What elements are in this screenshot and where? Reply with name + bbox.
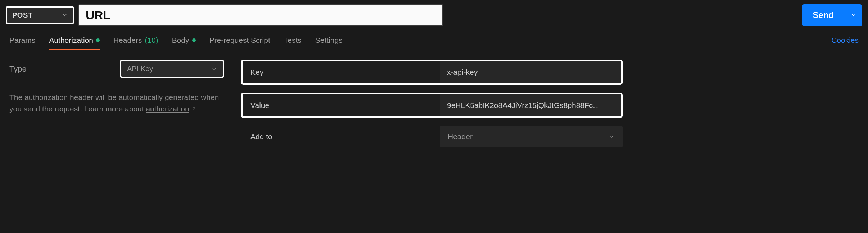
authorization-docs-link[interactable]: authorization	[146, 103, 196, 115]
http-method-select[interactable]: POST	[6, 6, 74, 24]
http-method-value: POST	[12, 11, 32, 19]
value-input[interactable]	[440, 94, 621, 116]
auth-type-value: API Key	[127, 65, 153, 73]
tab-headers[interactable]: Headers (10)	[113, 31, 158, 50]
external-link-icon	[191, 106, 196, 111]
authorization-panel: Type API Key The authorization header wi…	[0, 50, 868, 157]
auth-help-text: The authorization header will be automat…	[9, 92, 224, 114]
key-input[interactable]	[440, 61, 621, 83]
add-to-row: Add to Header	[241, 126, 623, 147]
send-dropdown-button[interactable]	[845, 4, 862, 26]
send-button[interactable]: Send	[802, 4, 845, 26]
send-button-group: Send	[802, 4, 862, 26]
api-key-key-row: Key	[241, 60, 623, 85]
url-input[interactable]	[78, 4, 443, 26]
auth-type-select[interactable]: API Key	[120, 60, 224, 78]
add-to-value: Header	[448, 132, 473, 141]
key-field-label: Key	[243, 61, 440, 83]
tab-tests[interactable]: Tests	[284, 31, 302, 50]
chevron-down-icon	[851, 12, 856, 18]
auth-fields-section: Key Value Add to Header	[234, 50, 868, 157]
request-tabs: Params Authorization Headers (10) Body P…	[0, 30, 868, 50]
cookies-link[interactable]: Cookies	[831, 36, 859, 45]
add-to-select[interactable]: Header	[440, 126, 623, 147]
auth-type-label: Type	[9, 64, 27, 74]
chevron-down-icon	[62, 12, 68, 18]
tab-params[interactable]: Params	[9, 31, 35, 50]
status-dot-icon	[192, 38, 196, 42]
chevron-down-icon	[609, 134, 615, 140]
status-dot-icon	[96, 38, 100, 42]
tab-body[interactable]: Body	[172, 31, 196, 50]
tab-settings[interactable]: Settings	[315, 31, 343, 50]
tab-pre-request-script[interactable]: Pre-request Script	[209, 31, 270, 50]
headers-count-badge: (10)	[145, 36, 158, 45]
auth-type-section: Type API Key The authorization header wi…	[0, 50, 234, 157]
add-to-label: Add to	[243, 126, 440, 147]
chevron-down-icon	[211, 66, 217, 72]
api-key-value-row: Value	[241, 93, 623, 118]
value-field-label: Value	[243, 94, 440, 116]
tab-authorization[interactable]: Authorization	[49, 31, 100, 50]
